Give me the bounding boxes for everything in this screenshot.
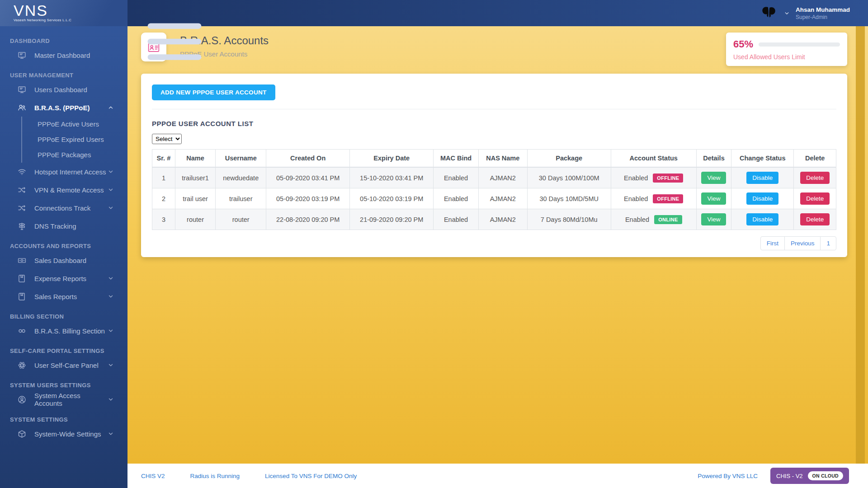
cell-mac-bind: Enabled	[434, 167, 479, 188]
cell-username: newduedate	[216, 167, 266, 188]
sidebar-item-system-wide-settings[interactable]: System-Wide Settings	[0, 425, 127, 443]
sidebar-item-label: System-Wide Settings	[34, 430, 101, 438]
disable-button[interactable]: Disable	[746, 172, 778, 184]
wifi-icon	[17, 167, 27, 177]
cell-delete: Delete	[794, 209, 836, 230]
sidebar-item-sales-reports[interactable]: Sales Reports	[0, 287, 127, 305]
sidebar-item-b-r-a-s-pppoe[interactable]: B.R.A.S. (PPPoE)	[0, 99, 127, 117]
sidebar-nav: DASHBOARD Master Dashboard USER MANAGEME…	[0, 26, 127, 443]
view-button[interactable]: View	[701, 172, 726, 184]
footer-link-chis-v2[interactable]: CHIS V2	[141, 473, 165, 479]
scrollbar-thumb[interactable]	[856, 26, 865, 464]
pagination: First Previous 1	[760, 236, 836, 250]
view-button[interactable]: View	[701, 192, 726, 205]
cell-nas-name: AJMAN2	[478, 167, 527, 188]
page-size-select[interactable]: Select	[152, 134, 182, 144]
sidebar-section: ACCOUNTS AND REPORTS Sales Dashboard Exp…	[0, 241, 127, 305]
usage-limit-card: 65% Used Allowed Users Limit	[726, 33, 847, 66]
sidebar-item-connections-track[interactable]: Connections Track	[0, 199, 127, 217]
sidebar-item-users-dashboard[interactable]: Users Dashboard	[0, 80, 127, 99]
delete-button[interactable]: Delete	[800, 213, 830, 225]
footer-link-license[interactable]: Licensed To VNS For DEMO Only	[265, 473, 357, 479]
vns-cloud-logo-icon	[760, 4, 778, 22]
sidebar-submenu: PPPoE Active Users PPPoE Expired Users P…	[21, 117, 127, 163]
cell-created-on: 22-08-2020 09:20 PM	[266, 209, 350, 230]
sidebar-item-dns-tracking[interactable]: DNS Tracking	[0, 217, 127, 235]
powered-by-link[interactable]: Powered By VNS LLC	[698, 473, 758, 479]
cell-delete: Delete	[794, 188, 836, 209]
sidebar-item-user-self-care-panel[interactable]: User Self-Care Panel	[0, 356, 127, 374]
sidebar-subitem-pppoe-expired-users[interactable]: PPPoE Expired Users	[22, 132, 127, 147]
sidebar-item-system-access-accounts[interactable]: System Access Accounts	[0, 390, 127, 408]
cell-name: router	[175, 209, 215, 230]
cell-username: router	[216, 209, 266, 230]
view-button[interactable]: View	[701, 213, 726, 225]
sidebar-item-expense-reports[interactable]: Expense Reports	[0, 269, 127, 287]
cell-account-status: Enabled OFFLINE	[611, 167, 696, 188]
chevron-up-icon	[108, 104, 114, 111]
pagination-previous[interactable]: Previous	[784, 236, 821, 250]
cell-nas-name: AJMAN2	[478, 188, 527, 209]
table-row: 3 router router 22-08-2020 09:20 PM 21-0…	[152, 209, 836, 230]
delete-button[interactable]: Delete	[800, 192, 830, 205]
cell-nas-name: AJMAN2	[478, 209, 527, 230]
pagination-page-1[interactable]: 1	[820, 236, 836, 250]
cell-package: 7 Days 80Md/10Mu	[527, 209, 611, 230]
cell-package: 30 Days 100M/100M	[527, 167, 611, 188]
chevron-down-icon	[108, 396, 114, 403]
pagination-first[interactable]: First	[760, 236, 785, 250]
column-header-change-status: Change Status	[731, 150, 794, 168]
sidebar-section: SELF-CARE PORTAL SETTINGS User Self-Care…	[0, 346, 127, 374]
delete-button[interactable]: Delete	[800, 172, 830, 184]
footer: CHIS V2 Radius is Running Licensed To VN…	[127, 464, 868, 488]
chevron-down-icon	[108, 431, 114, 437]
pppoe-accounts-card: ADD NEW PPPOE USER ACCOUNT PPPOE USER AC…	[141, 74, 847, 257]
sidebar-item-hotspot-internet-access[interactable]: Hotspot Internet Access	[0, 163, 127, 181]
disable-button[interactable]: Disable	[746, 213, 778, 225]
sidebar: VNS Vaseeh Networking Services L.L.C DAS…	[0, 0, 127, 488]
sidebar-subitem-pppoe-active-users[interactable]: PPPoE Active Users	[22, 117, 127, 132]
user-role: Super-Admin	[796, 14, 850, 20]
sidebar-section-label: SYSTEM SETTINGS	[0, 415, 127, 425]
sidebar-item-label: Expense Reports	[34, 275, 86, 282]
hamburger-menu-icon[interactable]	[107, 8, 118, 19]
sidebar-item-vpn-remote-access[interactable]: VPN & Remote Access	[0, 181, 127, 199]
sidebar-section-label: BILLING SECTION	[0, 312, 127, 322]
main-content: B.R.A.S. Accounts PPPoE User Accounts 65…	[127, 26, 868, 464]
column-header-nas-name: NAS Name	[478, 150, 527, 168]
user-texts: Ahsan Muhammad Super-Admin	[796, 6, 850, 20]
brand-logo: VNS Vaseeh Networking Services L.L.C	[14, 4, 71, 22]
sidebar-section: SYSTEM USERS SETTINGS System Access Acco…	[0, 380, 127, 408]
add-new-pppoe-user-button[interactable]: ADD NEW PPPOE USER ACCOUNT	[152, 84, 275, 100]
cell-mac-bind: Enabled	[434, 209, 479, 230]
sidebar-item-b-r-a-s-billing-section[interactable]: B.R.A.S. Billing Section	[0, 322, 127, 340]
sidebar-item-label: Hotspot Internet Access	[34, 168, 106, 176]
chevron-down-icon	[108, 187, 114, 193]
chevron-down-icon	[108, 205, 114, 211]
footer-link-radius-status[interactable]: Radius is Running	[190, 473, 240, 479]
sidebar-item-label: VPN & Remote Access	[34, 186, 104, 194]
sidebar-item-label: Users Dashboard	[34, 86, 87, 94]
cell-details: View	[696, 188, 731, 209]
user-menu[interactable]: Ahsan Muhammad Super-Admin	[760, 4, 850, 22]
sidebar-item-sales-dashboard[interactable]: Sales Dashboard	[0, 251, 127, 269]
card-divider	[152, 109, 836, 109]
disable-button[interactable]: Disable	[746, 192, 778, 205]
table-body: 1 trailuser1 newduedate 05-09-2020 03:41…	[152, 167, 836, 230]
usage-percent: 65%	[733, 38, 753, 50]
cube-icon	[17, 429, 27, 439]
sidebar-section: USER MANAGEMENT Users Dashboard B.R.A.S.…	[0, 70, 127, 235]
cell-details: View	[696, 209, 731, 230]
table-header: Sr. #NameUsernameCreated OnExpiry DateMA…	[152, 150, 836, 168]
pagination-row: First Previous 1	[152, 236, 836, 250]
sidebar-section-label: SYSTEM USERS SETTINGS	[0, 380, 127, 390]
chevron-down-icon	[108, 275, 114, 282]
cash-icon	[17, 256, 27, 265]
book-icon	[17, 292, 27, 301]
chevron-down-icon	[108, 362, 114, 368]
column-header-sr: Sr. #	[152, 150, 175, 168]
monitor-icon	[17, 51, 27, 60]
sidebar-subitem-pppoe-packages[interactable]: PPPoE Packages	[22, 147, 127, 163]
cell-account-status: Enabled ONLINE	[611, 209, 696, 230]
cell-change-status: Disable	[731, 167, 794, 188]
